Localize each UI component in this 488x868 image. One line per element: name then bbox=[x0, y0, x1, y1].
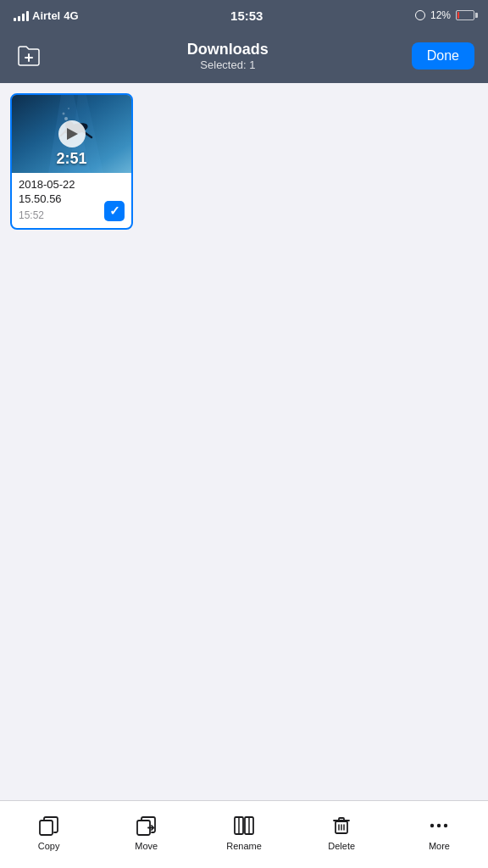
move-toolbar-item[interactable]: Move bbox=[97, 807, 195, 858]
video-duration: 2:51 bbox=[12, 150, 131, 168]
battery-icon bbox=[456, 10, 474, 20]
move-icon bbox=[135, 814, 158, 837]
copy-icon bbox=[37, 814, 61, 837]
more-label: More bbox=[429, 841, 450, 851]
svg-point-26 bbox=[444, 823, 447, 826]
nav-title-container: Downloads Selected: 1 bbox=[187, 41, 269, 71]
rename-toolbar-item[interactable]: Rename bbox=[195, 807, 292, 858]
status-bar: Airtel 4G 15:53 12% bbox=[0, 0, 488, 31]
play-triangle bbox=[67, 128, 78, 140]
status-right: 12% bbox=[415, 9, 474, 21]
play-button bbox=[58, 120, 86, 147]
battery-percent: 12% bbox=[430, 9, 451, 21]
file-grid: 2:51 2018-05-22 15.50.56 15:52 ✓ bbox=[10, 93, 478, 230]
done-button[interactable]: Done bbox=[412, 42, 474, 70]
copy-toolbar-item[interactable]: Copy bbox=[0, 807, 97, 858]
delete-toolbar-item[interactable]: Delete bbox=[293, 807, 391, 858]
network-label: 4G bbox=[64, 9, 78, 22]
copy-label: Copy bbox=[38, 841, 60, 851]
list-item[interactable]: 2:51 2018-05-22 15.50.56 15:52 ✓ bbox=[10, 93, 133, 230]
file-thumbnail: 2:51 bbox=[12, 95, 131, 173]
page-title: Downloads bbox=[187, 41, 269, 58]
delete-icon bbox=[330, 814, 353, 837]
nav-bar: Downloads Selected: 1 Done bbox=[0, 31, 488, 83]
status-time: 15:53 bbox=[230, 8, 263, 23]
svg-point-24 bbox=[430, 823, 434, 826]
carrier-label: Airtel bbox=[32, 9, 60, 22]
move-label: Move bbox=[135, 841, 158, 851]
more-toolbar-item[interactable]: More bbox=[391, 807, 488, 858]
delete-label: Delete bbox=[328, 841, 355, 851]
checkmark-icon: ✓ bbox=[109, 204, 120, 217]
content-area: 2:51 2018-05-22 15.50.56 15:52 ✓ bbox=[0, 83, 488, 800]
svg-point-11 bbox=[68, 108, 69, 109]
signal-bars bbox=[14, 9, 29, 21]
rename-icon bbox=[232, 814, 256, 837]
battery-fill bbox=[458, 12, 459, 19]
bottom-toolbar: Copy Move Rename bbox=[0, 800, 488, 868]
location-icon bbox=[415, 10, 425, 20]
selection-count: Selected: 1 bbox=[200, 58, 255, 71]
svg-point-10 bbox=[63, 113, 65, 115]
more-icon bbox=[427, 814, 451, 837]
selection-checkbox[interactable]: ✓ bbox=[104, 201, 125, 221]
svg-point-9 bbox=[64, 117, 68, 120]
svg-point-25 bbox=[437, 823, 441, 826]
new-folder-icon[interactable] bbox=[14, 41, 44, 71]
svg-rect-12 bbox=[40, 821, 53, 835]
status-left: Airtel 4G bbox=[14, 9, 79, 22]
battery-indicator bbox=[456, 10, 474, 20]
rename-label: Rename bbox=[226, 841, 262, 851]
